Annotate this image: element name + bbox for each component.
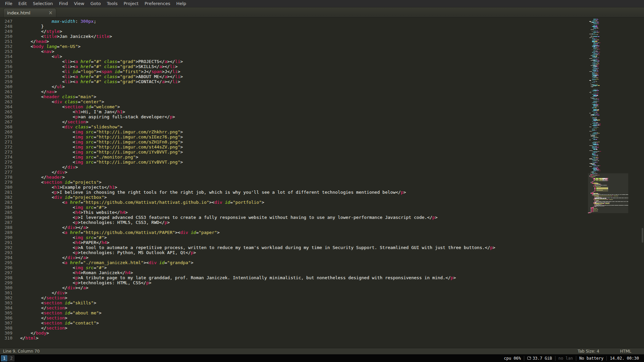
line-number[interactable]: 261 bbox=[0, 89, 15, 94]
code-line-269[interactable]: <img src="http://i.imgur.com/rZhkhrr.png… bbox=[20, 129, 587, 134]
line-number[interactable]: 275 bbox=[0, 160, 15, 165]
line-number[interactable]: 295 bbox=[0, 260, 15, 265]
line-number[interactable]: 281 bbox=[0, 190, 15, 195]
line-number[interactable]: 269 bbox=[0, 129, 15, 134]
code-line-295[interactable]: <a href="./roman_janiczek.html"><div id=… bbox=[20, 260, 587, 265]
menu-edit[interactable]: Edit bbox=[15, 0, 30, 7]
line-number[interactable]: 302 bbox=[0, 295, 15, 300]
menu-goto[interactable]: Goto bbox=[87, 0, 104, 7]
code-line-305[interactable]: <section id="about me"> bbox=[20, 310, 587, 315]
line-number[interactable]: 282 bbox=[0, 195, 15, 200]
code-line-254[interactable]: <ul> bbox=[20, 54, 587, 59]
menu-selection[interactable]: Selection bbox=[30, 0, 56, 7]
line-number[interactable]: 288 bbox=[0, 225, 15, 230]
line-number[interactable]: 292 bbox=[0, 245, 15, 250]
code-line-287[interactable]: <p>technologies: HTML5, CSS3, RWD</p> bbox=[20, 220, 587, 225]
code-line-298[interactable]: <p>A tribute page to my late granddad, p… bbox=[20, 275, 587, 280]
code-line-304[interactable]: </section> bbox=[20, 305, 587, 310]
code-line-282[interactable]: <div id="projectbox"> bbox=[20, 195, 587, 200]
code-line-273[interactable]: <img src="http://i.imgur.com/iYvBVVT.png… bbox=[20, 149, 587, 155]
code-line-293[interactable]: <p>technologies: Python, MS Outlook API,… bbox=[20, 250, 587, 255]
code-line-286[interactable]: <p>I leveraged advanced CSS3 features to… bbox=[20, 215, 587, 220]
line-number[interactable]: 303 bbox=[0, 300, 15, 305]
line-number[interactable]: 263 bbox=[0, 99, 15, 104]
line-number[interactable]: 254 bbox=[0, 54, 15, 59]
menu-help[interactable]: Help bbox=[173, 0, 189, 7]
line-number[interactable]: 272 bbox=[0, 144, 15, 149]
menu-tools[interactable]: Tools bbox=[104, 0, 120, 7]
line-number[interactable]: 294 bbox=[0, 255, 15, 260]
line-number[interactable]: 284 bbox=[0, 205, 15, 210]
line-number[interactable]: 305 bbox=[0, 310, 15, 315]
line-number[interactable]: 304 bbox=[0, 305, 15, 310]
line-number[interactable]: 307 bbox=[0, 320, 15, 325]
code-line-280[interactable]: <h1>Example projects</h1> bbox=[20, 185, 587, 190]
line-number[interactable]: 297 bbox=[0, 270, 15, 275]
code-line-279[interactable]: <section id="projects"> bbox=[20, 180, 587, 185]
line-number[interactable]: 279 bbox=[0, 180, 15, 185]
menu-preferences[interactable]: Preferences bbox=[142, 0, 173, 7]
code-line-296[interactable]: <img src="#"> bbox=[20, 265, 587, 270]
code-line-285[interactable]: <h4>This website</h4> bbox=[20, 210, 587, 215]
line-number[interactable]: 299 bbox=[0, 280, 15, 285]
line-number[interactable]: 296 bbox=[0, 265, 15, 270]
code-line-306[interactable]: </section> bbox=[20, 315, 587, 320]
tab-size-indicator[interactable]: Tab Size: 4 bbox=[578, 349, 599, 354]
code-line-297[interactable]: <h4>Roman Janiczek</h4> bbox=[20, 270, 587, 275]
code-line-248[interactable]: } bbox=[20, 24, 587, 29]
line-number[interactable]: 265 bbox=[0, 109, 15, 114]
menu-view[interactable]: View bbox=[71, 0, 88, 7]
line-number[interactable]: 247 bbox=[0, 19, 15, 24]
line-number[interactable]: 248 bbox=[0, 24, 15, 29]
workspace-button-2[interactable]: 2 bbox=[8, 355, 14, 361]
line-number[interactable]: 309 bbox=[0, 330, 15, 336]
code-line-284[interactable]: <img src="#"> bbox=[20, 205, 587, 210]
code-line-247[interactable]: max-width: 300px; bbox=[20, 19, 587, 24]
line-number[interactable]: 250 bbox=[0, 34, 15, 39]
line-number[interactable]: 277 bbox=[0, 170, 15, 175]
line-number[interactable]: 259 bbox=[0, 79, 15, 84]
line-number[interactable]: 310 bbox=[0, 336, 15, 341]
code-line-270[interactable]: <img src="http://i.imgur.com/sIEez76.png… bbox=[20, 134, 587, 139]
code-line-303[interactable]: <section id="skills"> bbox=[20, 300, 587, 305]
workspace-button-1[interactable]: 1 bbox=[1, 355, 7, 361]
code-line-266[interactable]: <p>an aspiring full—stack developer</p> bbox=[20, 114, 587, 119]
menu-find[interactable]: Find bbox=[56, 0, 71, 7]
code-line-289[interactable]: <a href="https://github.com/Hattivat/PAP… bbox=[20, 230, 587, 235]
line-number[interactable]: 301 bbox=[0, 290, 15, 295]
code-line-256[interactable]: <li><a href="#" class="grad">SKILLS</a><… bbox=[20, 64, 587, 69]
line-number[interactable]: 258 bbox=[0, 74, 15, 79]
syntax-indicator[interactable]: HTML bbox=[620, 349, 631, 354]
line-number[interactable]: 251 bbox=[0, 39, 15, 44]
code-line-253[interactable]: <nav> bbox=[20, 49, 587, 54]
line-number[interactable]: 289 bbox=[0, 230, 15, 235]
code-line-308[interactable]: </section> bbox=[20, 325, 587, 330]
code-line-300[interactable]: </div></a> bbox=[20, 285, 587, 290]
line-number[interactable]: 308 bbox=[0, 325, 15, 330]
code-line-277[interactable]: </div> bbox=[20, 170, 587, 175]
line-number[interactable]: 252 bbox=[0, 44, 15, 49]
tab-index-html[interactable]: index.html × bbox=[3, 8, 56, 17]
minimap[interactable] bbox=[588, 19, 628, 215]
code-line-294[interactable]: </div></a> bbox=[20, 255, 587, 260]
line-number[interactable]: 256 bbox=[0, 64, 15, 69]
editor-area[interactable]: 2472482492502512522532542552562572582592… bbox=[0, 17, 644, 348]
line-number[interactable]: 280 bbox=[0, 185, 15, 190]
line-number[interactable]: 293 bbox=[0, 250, 15, 255]
line-number[interactable]: 290 bbox=[0, 235, 15, 240]
line-number[interactable]: 268 bbox=[0, 124, 15, 129]
line-number[interactable]: 266 bbox=[0, 114, 15, 119]
code-line-260[interactable]: </ul> bbox=[20, 84, 587, 89]
code-line-288[interactable]: </div></a> bbox=[20, 225, 587, 230]
line-number[interactable]: 287 bbox=[0, 220, 15, 225]
line-number[interactable]: 273 bbox=[0, 149, 15, 155]
code-line-281[interactable]: <p>I believe in choosing the right tools… bbox=[20, 190, 587, 195]
line-number[interactable]: 274 bbox=[0, 155, 15, 160]
line-number[interactable]: 253 bbox=[0, 49, 15, 54]
code-line-271[interactable]: <img src="http://i.imgur.com/sZH1Fn0.png… bbox=[20, 139, 587, 144]
code-line-276[interactable]: </div> bbox=[20, 165, 587, 170]
tab-close-icon[interactable]: × bbox=[48, 10, 53, 15]
code-line-290[interactable]: <img src="#"> bbox=[20, 235, 587, 240]
code-line-249[interactable]: </style> bbox=[20, 29, 587, 34]
line-number[interactable]: 306 bbox=[0, 315, 15, 320]
